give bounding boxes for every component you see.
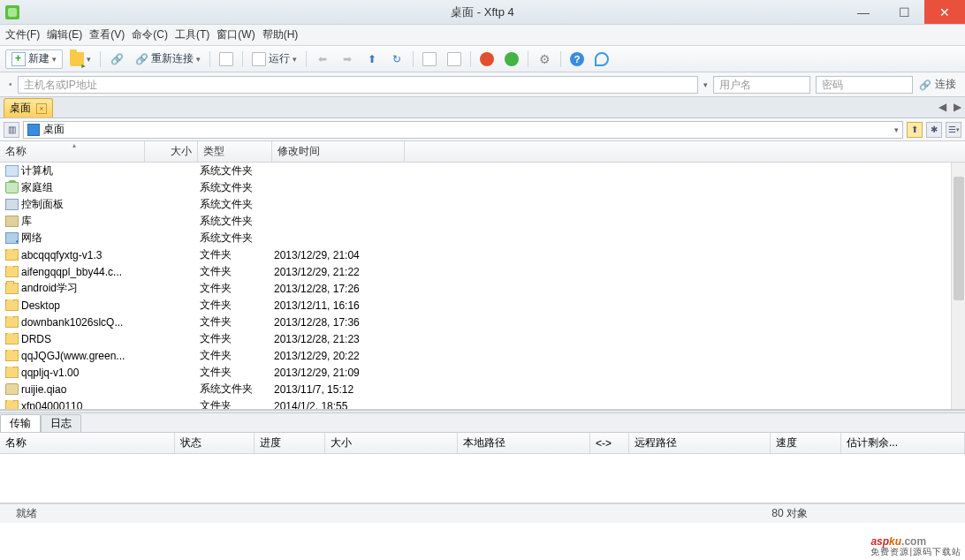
file-icon — [5, 232, 19, 244]
page-icon — [219, 52, 233, 66]
file-row[interactable]: Desktop文件夹2013/12/11, 16:16 — [0, 297, 965, 314]
password-input[interactable] — [816, 76, 913, 94]
forward-button[interactable]: ➡ — [337, 49, 358, 69]
link-button[interactable]: 🔗 — [106, 49, 127, 69]
help-button[interactable]: ? — [566, 49, 588, 69]
session-tab-desktop[interactable]: 桌面 × — [4, 98, 53, 117]
file-icon — [5, 350, 19, 361]
file-row[interactable]: qqpljq-v1.00文件夹2013/12/29, 21:09 — [0, 364, 965, 381]
header-name[interactable]: 名称▴ — [0, 141, 145, 162]
toggle-tree-button[interactable]: ▥ — [4, 122, 19, 138]
file-type: 文件夹 — [198, 247, 272, 262]
th-remotepath[interactable]: 远程路径 — [629, 433, 771, 453]
header-date[interactable]: 修改时间 — [272, 141, 405, 162]
th-status[interactable]: 状态 — [175, 433, 255, 453]
file-icon — [5, 216, 19, 227]
chat-button[interactable] — [591, 49, 612, 69]
transfer-tabbar: 传输 日志 — [0, 413, 965, 433]
properties-button[interactable] — [216, 49, 237, 69]
file-row[interactable]: downbank1026slcQ...文件夹2013/12/28, 17:36 — [0, 314, 965, 330]
host-input[interactable] — [18, 76, 698, 94]
file-row[interactable]: 家庭组系统文件夹 — [0, 179, 965, 196]
username-input[interactable] — [713, 76, 810, 94]
file-name: 库 — [21, 214, 32, 229]
tab-transfer[interactable]: 传输 — [0, 414, 41, 432]
file-row[interactable]: xfp04000110文件夹2014/1/2, 18:55 — [0, 397, 965, 410]
file-row[interactable]: 库系统文件夹 — [0, 213, 965, 230]
connect-button[interactable]: 🔗连接 — [918, 77, 956, 92]
up-button[interactable]: ⬆ — [361, 49, 383, 69]
file-icon — [5, 165, 19, 177]
settings-button[interactable]: ⚙ — [534, 49, 555, 69]
reconnect-button[interactable]: 🔗重新连接▾ — [131, 49, 204, 69]
file-list[interactable]: 计算机系统文件夹家庭组系统文件夹控制面板系统文件夹库系统文件夹网络系统文件夹ab… — [0, 163, 965, 410]
cancel-button[interactable] — [476, 49, 498, 69]
refresh-button[interactable]: ↻ — [386, 49, 407, 69]
menu-tool[interactable]: 工具(T) — [175, 27, 209, 42]
file-type: 系统文件夹 — [198, 163, 272, 178]
th-eta[interactable]: 估计剩余... — [841, 433, 965, 453]
back-button[interactable]: ⬅ — [312, 49, 333, 69]
tab-close-icon[interactable]: × — [36, 103, 47, 114]
th-name[interactable]: 名称 — [0, 433, 175, 453]
arrow-right-icon: ➡ — [340, 52, 354, 66]
toolbar: 新建▾ ▾ 🔗 🔗重新连接▾ 运行▾ ⬅ ➡ ⬆ ↻ ⚙ ? — [0, 46, 965, 72]
file-row[interactable]: ruijie.qiao系统文件夹2013/11/7, 15:12 — [0, 381, 965, 397]
file-row[interactable]: android学习文件夹2013/12/28, 17:26 — [0, 280, 965, 297]
file-row[interactable]: 网络系统文件夹 — [0, 230, 965, 246]
header-type[interactable]: 类型 — [198, 141, 272, 162]
go-button[interactable] — [501, 49, 522, 69]
file-icon — [5, 249, 19, 261]
file-date: 2013/12/28, 21:23 — [272, 333, 396, 345]
connect-icon: 🔗 — [918, 78, 932, 92]
close-button[interactable]: ✕ — [924, 0, 965, 24]
menu-window[interactable]: 窗口(W) — [217, 27, 255, 42]
tab-next-icon[interactable]: ▶ — [954, 101, 961, 113]
file-row[interactable]: 计算机系统文件夹 — [0, 163, 965, 179]
file-icon — [5, 400, 19, 410]
th-localpath[interactable]: 本地路径 — [458, 433, 590, 453]
run-button[interactable]: 运行▾ — [248, 49, 300, 69]
paste-button[interactable] — [444, 49, 465, 69]
file-row[interactable]: qqJQGJ(www.green...文件夹2013/12/29, 20:22 — [0, 347, 965, 364]
minimize-button[interactable]: — — [843, 0, 884, 24]
th-speed[interactable]: 速度 — [771, 433, 841, 453]
menu-view[interactable]: 查看(V) — [89, 27, 125, 42]
menu-command[interactable]: 命令(C) — [132, 27, 168, 42]
session-tabbar: 桌面 × ◀▶ — [0, 97, 965, 118]
parent-dir-button[interactable]: ⬆ — [907, 122, 923, 138]
file-type: 文件夹 — [198, 264, 272, 279]
file-row[interactable]: DRDS文件夹2013/12/28, 21:23 — [0, 330, 965, 347]
viewmode-button[interactable]: ☰▾ — [946, 122, 961, 138]
copy-icon — [422, 52, 437, 66]
file-name: 网络 — [21, 231, 42, 246]
file-row[interactable]: aifengqqpl_bby44.c...文件夹2013/12/29, 21:2… — [0, 263, 965, 280]
file-type: 文件夹 — [198, 314, 272, 329]
newfolder-button[interactable]: ✱ — [926, 122, 942, 138]
menu-help[interactable]: 帮助(H) — [262, 27, 299, 42]
scrollbar[interactable] — [951, 163, 965, 409]
menu-file[interactable]: 文件(F) — [5, 27, 40, 42]
path-input[interactable]: 桌面 ▾ — [23, 121, 903, 139]
tab-log[interactable]: 日志 — [41, 414, 81, 432]
copy-button[interactable] — [419, 49, 440, 69]
arrow-up-icon: ⬆ — [365, 52, 379, 66]
open-button[interactable]: ▾ — [66, 49, 95, 69]
file-type: 文件夹 — [198, 281, 272, 296]
file-icon — [5, 283, 19, 294]
menu-edit[interactable]: 编辑(E) — [47, 27, 82, 42]
th-progress[interactable]: 进度 — [255, 433, 325, 453]
file-row[interactable]: abcqqqfyxtg-v1.3文件夹2013/12/29, 21:04 — [0, 246, 965, 263]
file-icon — [5, 266, 19, 277]
tab-prev-icon[interactable]: ◀ — [938, 101, 946, 113]
th-direction[interactable]: <-> — [590, 433, 629, 453]
transfer-list[interactable] — [0, 454, 965, 503]
file-type: 系统文件夹 — [198, 231, 272, 246]
header-size[interactable]: 大小 — [145, 141, 198, 162]
file-name: abcqqqfyxtg-v1.3 — [21, 249, 102, 261]
new-button[interactable]: 新建▾ — [5, 49, 63, 69]
maximize-button[interactable]: ☐ — [884, 0, 924, 24]
th-size[interactable]: 大小 — [325, 433, 458, 453]
file-name: qqJQGJ(www.green... — [21, 350, 125, 362]
file-row[interactable]: 控制面板系统文件夹 — [0, 196, 965, 213]
